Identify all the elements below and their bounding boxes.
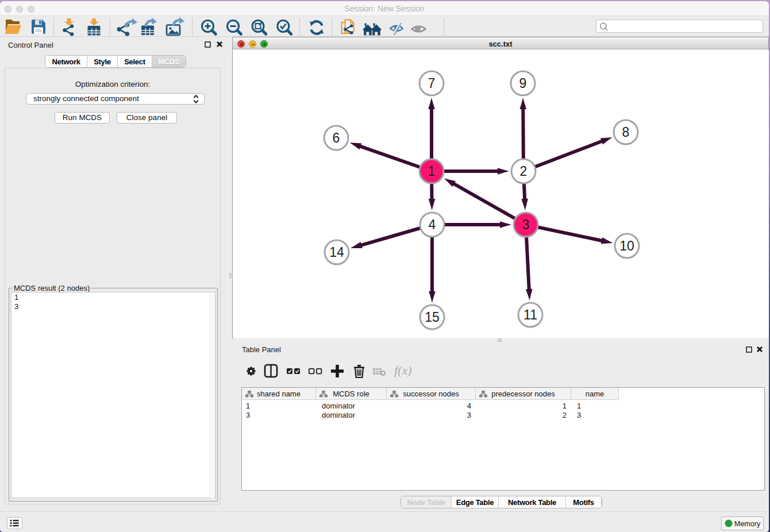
svg-text:1: 1 (428, 164, 436, 179)
svg-text:9: 9 (519, 76, 527, 91)
svg-text:11: 11 (523, 307, 537, 322)
svg-text:8: 8 (622, 125, 630, 140)
svg-text:Memory: Memory (734, 520, 761, 528)
svg-text:15: 15 (425, 310, 440, 325)
svg-text:2: 2 (520, 164, 528, 179)
svg-text:3: 3 (522, 217, 530, 232)
svg-text:7: 7 (428, 76, 436, 91)
svg-text:4: 4 (429, 217, 436, 232)
svg-text:6: 6 (333, 130, 340, 145)
svg-text:10: 10 (619, 238, 634, 253)
svg-text:14: 14 (329, 245, 344, 260)
